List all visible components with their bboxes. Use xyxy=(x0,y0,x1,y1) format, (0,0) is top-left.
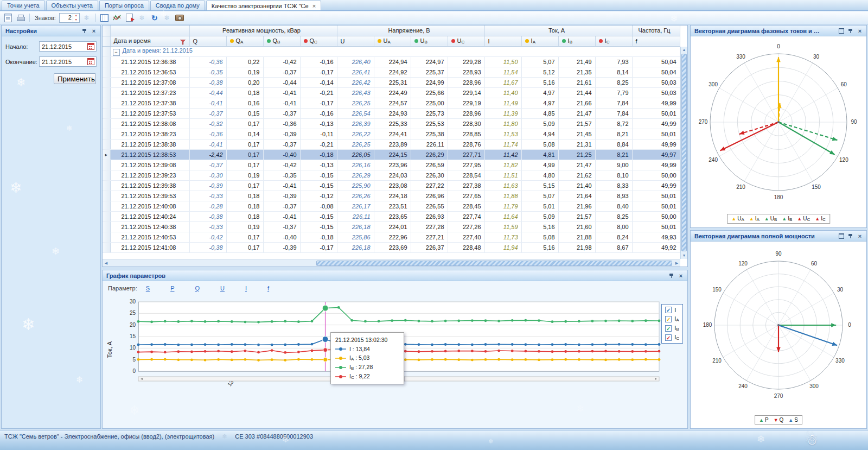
print-button[interactable] xyxy=(15,12,26,23)
column-header[interactable]: IА xyxy=(521,36,558,46)
refresh-button[interactable]: ↻ xyxy=(149,12,160,23)
param-link-P[interactable]: P xyxy=(170,285,174,291)
legend-item[interactable]: ✓IВ xyxy=(665,325,679,332)
end-date-label: Окончание: xyxy=(5,59,39,65)
table-row[interactable]: ▸21.12.2015 12:38:53-2,420,17-0,40-0,182… xyxy=(103,149,680,160)
pin-icon[interactable] xyxy=(81,27,88,35)
decoration-button-1[interactable]: ❄ xyxy=(81,12,92,23)
table-row[interactable]: 21.12.2015 12:39:38-0,390,17-0,41-0,1522… xyxy=(103,180,680,191)
filter-icon[interactable] xyxy=(180,40,186,45)
scroll-left-icon[interactable]: ◀ xyxy=(103,260,110,267)
param-link-S[interactable]: S xyxy=(146,285,150,291)
report-button[interactable] xyxy=(3,12,14,23)
column-header[interactable]: QС xyxy=(300,36,337,46)
table-row[interactable]: 21.12.2015 12:37:23-0,440,18-0,41-0,2122… xyxy=(103,87,680,98)
horizontal-scroll-thumb[interactable] xyxy=(316,261,672,266)
param-link-f[interactable]: f xyxy=(267,285,269,291)
group-row[interactable]: −Дата и время: 21.12.2015 xyxy=(103,46,680,56)
legend-item[interactable]: ✓I xyxy=(665,307,679,313)
main-toolbar: Знаков: 2 ▲ ▼ ❄ ❄ ↻ ❄ xyxy=(0,11,868,24)
table-row[interactable]: 21.12.2015 12:39:08-0,370,17-0,42-0,1322… xyxy=(103,160,680,170)
pin-icon[interactable] xyxy=(668,272,675,280)
vertical-scrollbar[interactable]: ▲ ▼ xyxy=(680,47,687,259)
scroll-up-icon[interactable]: ▲ xyxy=(681,47,687,53)
spinner-down-icon[interactable]: ▼ xyxy=(73,18,79,22)
column-header[interactable]: Q xyxy=(189,36,226,46)
tab-polling-ports[interactable]: Порты опроса xyxy=(99,1,149,10)
decoration-button-2[interactable]: ❄ xyxy=(137,12,148,23)
param-link-I[interactable]: I xyxy=(245,285,247,291)
table-row[interactable]: 21.12.2015 12:40:53-0,420,17-0,40-0,1822… xyxy=(103,232,680,242)
column-header[interactable]: UА xyxy=(374,36,411,46)
param-link-Q[interactable]: Q xyxy=(195,285,200,291)
table-row[interactable]: 21.12.2015 12:37:38-0,410,16-0,41-0,1722… xyxy=(103,98,680,108)
checkbox-icon[interactable]: ✓ xyxy=(665,334,672,341)
export-button[interactable] xyxy=(124,12,135,23)
power-vector-diagram: 0306090120150180210240270300330 xyxy=(692,243,865,405)
pin-icon[interactable] xyxy=(847,232,854,240)
collapse-icon[interactable]: − xyxy=(113,49,120,56)
table-row[interactable]: 21.12.2015 12:37:08-0,380,20-0,44-0,1422… xyxy=(103,77,680,87)
legend-item[interactable]: ✓IС xyxy=(665,334,679,341)
table-row[interactable]: 21.12.2015 12:41:08-0,380,17-0,39-0,1722… xyxy=(103,242,680,252)
end-date-input[interactable]: 21.12.2015 xyxy=(39,56,97,67)
close-icon[interactable]: × xyxy=(856,232,864,240)
horizontal-scrollbar[interactable]: ◀ ▶ xyxy=(103,259,680,267)
tab-metering-objects[interactable]: Объекты учета xyxy=(46,1,98,10)
spinner-up-icon[interactable]: ▲ xyxy=(73,14,79,18)
calendar-icon[interactable] xyxy=(87,58,94,65)
screenshot-button[interactable] xyxy=(174,12,185,23)
tooltip-item: I : 13,84 xyxy=(335,346,399,352)
scroll-down-icon[interactable]: ▼ xyxy=(681,252,687,259)
column-header[interactable]: U xyxy=(337,36,374,46)
table-row[interactable]: 21.12.2015 12:40:24-0,380,18-0,41-0,1522… xyxy=(103,211,680,221)
checkbox-icon[interactable]: ✓ xyxy=(665,325,672,332)
columns-button[interactable] xyxy=(99,12,110,23)
window-icon[interactable] xyxy=(838,27,845,35)
column-header[interactable]: UС xyxy=(448,36,484,46)
table-row[interactable]: 21.12.2015 12:40:08-0,280,18-0,37-0,0822… xyxy=(103,201,680,211)
curves-button[interactable] xyxy=(112,12,123,23)
decoration-button-3[interactable]: ❄ xyxy=(162,12,173,23)
table-row[interactable]: 21.12.2015 12:36:53-0,350,19-0,37-0,1722… xyxy=(103,67,680,77)
tooltip-title: 21.12.2015 13:02:30 xyxy=(335,337,399,343)
tab-close-icon[interactable]: × xyxy=(312,3,316,9)
tab-power-quality[interactable]: Качество электроэнергии ТСЖ "Се × xyxy=(206,1,321,10)
column-header[interactable]: UВ xyxy=(411,36,448,46)
column-header[interactable]: f xyxy=(632,36,680,46)
table-row[interactable]: 21.12.2015 12:39:53-0,330,18-0,39-0,1222… xyxy=(103,191,680,201)
svg-text:120: 120 xyxy=(738,261,748,267)
table-row[interactable]: 21.12.2015 12:40:38-0,330,19-0,37-0,1522… xyxy=(103,221,680,232)
svg-text:20: 20 xyxy=(130,322,136,328)
checkbox-icon[interactable]: ✓ xyxy=(665,316,672,322)
column-header[interactable]: IС xyxy=(595,36,632,46)
vertical-scroll-thumb[interactable] xyxy=(681,54,687,251)
close-icon[interactable]: × xyxy=(90,27,98,35)
column-header[interactable]: I xyxy=(484,36,521,46)
table-row[interactable]: 21.12.2015 12:38:23-0,360,14-0,39-0,1122… xyxy=(103,129,680,139)
datetime-column-header[interactable]: Дата и время xyxy=(110,36,189,46)
tab-house-summary[interactable]: Сводка по дому xyxy=(150,1,205,10)
column-header[interactable]: QА xyxy=(226,36,263,46)
tab-metering-points[interactable]: Точки учета xyxy=(2,1,45,10)
window-icon[interactable] xyxy=(838,232,845,240)
pin-icon[interactable] xyxy=(847,27,854,35)
calendar-icon[interactable] xyxy=(87,43,94,50)
table-row[interactable]: 21.12.2015 12:37:53-0,370,15-0,37-0,1622… xyxy=(103,108,680,118)
column-header[interactable]: QВ xyxy=(263,36,300,46)
table-row[interactable]: 21.12.2015 12:36:38-0,360,22-0,42-0,1622… xyxy=(103,56,680,67)
column-header[interactable]: IВ xyxy=(558,36,595,46)
panel-title: Векторная диаграмма полной мощности xyxy=(694,233,815,239)
legend-item[interactable]: ✓IА xyxy=(665,315,679,322)
digits-spinner[interactable]: 2 ▲ ▼ xyxy=(59,13,80,23)
close-icon[interactable]: × xyxy=(677,272,685,280)
table-row[interactable]: 21.12.2015 12:39:23-0,300,19-0,35-0,1522… xyxy=(103,170,680,180)
scroll-right-icon[interactable]: ▶ xyxy=(673,260,680,267)
start-date-input[interactable]: 21.12.2015 xyxy=(39,41,97,52)
table-row[interactable]: 21.12.2015 12:38:38-0,410,17-0,37-0,2122… xyxy=(103,139,680,149)
close-icon[interactable]: × xyxy=(856,27,864,35)
param-link-U[interactable]: U xyxy=(220,285,225,291)
apply-button[interactable]: Применить xyxy=(54,73,96,84)
table-row[interactable]: 21.12.2015 12:38:08-0,320,17-0,36-0,1322… xyxy=(103,118,680,129)
checkbox-icon[interactable]: ✓ xyxy=(665,307,672,313)
